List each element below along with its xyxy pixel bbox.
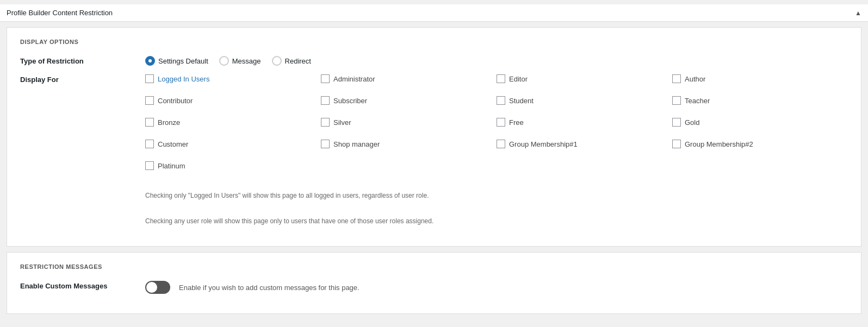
display-options-heading: DISPLAY OPTIONS [20, 39, 848, 45]
checkbox-box-group-membership-1 [497, 140, 505, 148]
checkbox-label-shop-manager: Shop manager [333, 140, 380, 148]
enable-custom-messages-toggle[interactable] [145, 281, 170, 294]
checkbox-box-silver [321, 118, 330, 127]
radio-circle-redirect [272, 56, 282, 66]
checkbox-free[interactable]: Free [497, 118, 672, 127]
checkbox-box-free [497, 118, 505, 127]
checkbox-box-group-membership-2 [672, 140, 681, 148]
checkbox-label-group-membership-1: Group Membership#1 [509, 140, 578, 148]
enable-custom-messages-content: Enable if you wish to add custom message… [145, 281, 359, 294]
restriction-messages-heading: RESTRICTION MESSAGES [20, 263, 848, 270]
checkbox-box-bronze [145, 118, 154, 127]
restriction-messages-card: RESTRICTION MESSAGES Enable Custom Messa… [7, 252, 861, 314]
checkbox-label-student: Student [509, 97, 534, 105]
checkbox-box-subscriber [321, 96, 330, 105]
checkbox-group-membership-2[interactable]: Group Membership#2 [672, 140, 848, 148]
checkbox-contributor[interactable]: Contributor [145, 96, 321, 105]
checkbox-customer[interactable]: Customer [145, 140, 321, 148]
enable-custom-messages-desc: Enable if you wish to add custom message… [179, 284, 359, 292]
checkbox-box-contributor [145, 96, 154, 105]
type-of-restriction-options: Settings Default Message Redirect [145, 56, 848, 66]
checkbox-label-platinum: Platinum [158, 162, 185, 170]
display-options-card: DISPLAY OPTIONS Type of Restriction Sett… [7, 27, 861, 247]
display-for-row: Display For Logged In Users Administrato… [20, 74, 848, 227]
radio-label-message: Message [232, 57, 261, 65]
checkbox-administrator[interactable]: Administrator [321, 74, 497, 83]
checkbox-label-editor: Editor [509, 75, 528, 83]
type-of-restriction-row: Type of Restriction Settings Default Mes… [20, 56, 848, 66]
page-wrapper: Profile Builder Content Restriction ▲ DI… [0, 0, 868, 324]
checkbox-box-platinum [145, 161, 154, 170]
checkbox-label-contributor: Contributor [158, 97, 193, 105]
checkbox-label-silver: Silver [333, 118, 351, 127]
radio-redirect[interactable]: Redirect [272, 56, 311, 66]
checkbox-box-gold [672, 118, 681, 127]
hint-text-1: Checking only "Logged In Users" will sho… [145, 191, 429, 201]
checkbox-box-teacher [672, 96, 681, 105]
display-for-content: Logged In Users Administrator Editor Aut… [145, 74, 848, 227]
radio-settings-default[interactable]: Settings Default [145, 56, 208, 66]
checkbox-row-2: Bronze Silver Free Gold [145, 118, 848, 127]
checkbox-row-4: Platinum [145, 161, 848, 170]
radio-label-settings-default: Settings Default [158, 57, 208, 65]
checkbox-group-membership-1[interactable]: Group Membership#1 [497, 140, 672, 148]
checkbox-box-student [497, 96, 505, 105]
checkbox-label-group-membership-2: Group Membership#2 [685, 140, 753, 148]
enable-custom-messages-label: Enable Custom Messages [20, 281, 145, 290]
checkbox-author[interactable]: Author [672, 74, 848, 83]
radio-circle-message [219, 56, 229, 66]
radio-label-redirect: Redirect [285, 57, 311, 65]
checkbox-label-author: Author [685, 75, 705, 83]
radio-message[interactable]: Message [219, 56, 261, 66]
checkbox-editor[interactable]: Editor [497, 74, 672, 83]
checkbox-label-teacher: Teacher [685, 97, 710, 105]
enable-custom-messages-row: Enable Custom Messages Enable if you wis… [20, 281, 848, 294]
checkbox-subscriber[interactable]: Subscriber [321, 96, 497, 105]
type-of-restriction-label: Type of Restriction [20, 56, 145, 65]
top-bar: Profile Builder Content Restriction ▲ [0, 4, 868, 22]
checkbox-label-free: Free [509, 118, 524, 127]
checkbox-box-editor [497, 74, 505, 83]
radio-circle-settings-default [145, 56, 155, 66]
checkbox-label-bronze: Bronze [158, 118, 180, 127]
checkbox-box-customer [145, 140, 154, 148]
display-for-label: Display For [20, 74, 145, 84]
checkbox-student[interactable]: Student [497, 96, 672, 105]
checkbox-bronze[interactable]: Bronze [145, 118, 321, 127]
checkbox-label-administrator: Administrator [333, 75, 375, 83]
checkbox-platinum[interactable]: Platinum [145, 161, 321, 170]
checkbox-box-author [672, 74, 681, 83]
checkbox-silver[interactable]: Silver [321, 118, 497, 127]
checkbox-box-logged-in-users [145, 74, 154, 83]
checkbox-box-administrator [321, 74, 330, 83]
checkbox-label-subscriber: Subscriber [333, 97, 367, 105]
checkbox-row-1: Contributor Subscriber Student Teacher [145, 96, 848, 105]
checkbox-teacher[interactable]: Teacher [672, 96, 848, 105]
checkbox-gold[interactable]: Gold [672, 118, 848, 127]
checkbox-label-customer: Customer [158, 140, 188, 148]
checkbox-row-0: Logged In Users Administrator Editor Aut… [145, 74, 848, 83]
checkbox-shop-manager[interactable]: Shop manager [321, 140, 497, 148]
checkbox-logged-in-users[interactable]: Logged In Users [145, 74, 321, 83]
checkbox-box-shop-manager [321, 140, 330, 148]
checkbox-row-3: Customer Shop manager Group Membership#1… [145, 140, 848, 148]
checkbox-label-logged-in-users: Logged In Users [158, 75, 209, 83]
page-title: Profile Builder Content Restriction [7, 9, 113, 17]
restriction-radio-group: Settings Default Message Redirect [145, 56, 311, 66]
hint-text-2: Checking any user role will show this pa… [145, 216, 433, 227]
checkbox-label-gold: Gold [685, 118, 699, 127]
collapse-arrow-icon[interactable]: ▲ [855, 9, 861, 17]
